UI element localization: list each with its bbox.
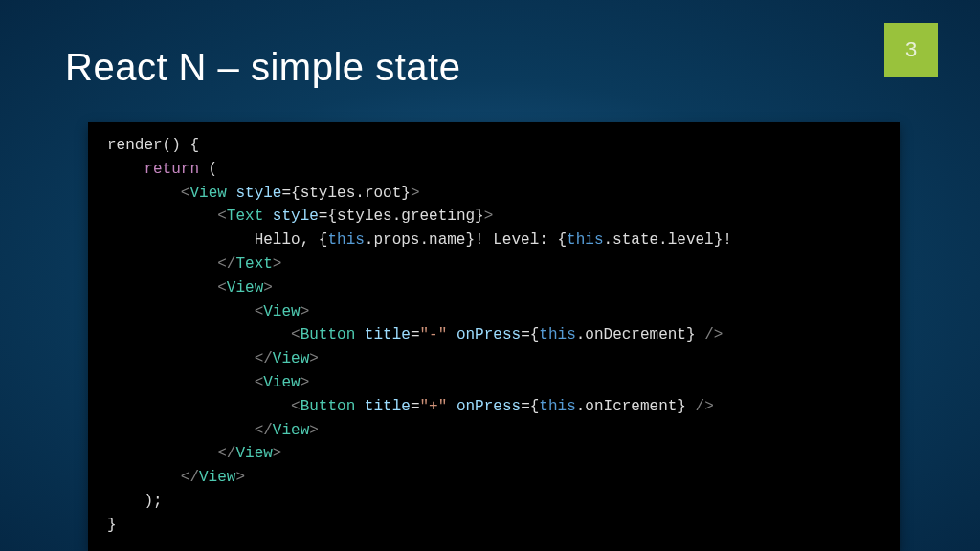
slide-title: React N – simple state [65,46,460,89]
code-line: <Button title="+" onPress={this.onIcreme… [107,395,880,419]
code-line: <Text style={styles.greeting}> [107,205,880,229]
page-number-badge: 3 [884,23,938,77]
code-line: </View> [107,347,880,371]
code-line: </View> [107,419,880,443]
code-line: render() { [107,134,880,158]
code-line: </View> [107,442,880,466]
code-line: } [107,514,880,538]
code-line: ); [107,490,880,514]
code-line: Hello, {this.props.name}! Level: {this.s… [107,229,880,253]
code-line: </View> [107,466,880,490]
code-block: render() { return ( <View style={styles.… [88,122,900,551]
code-line: <View> [107,371,880,395]
code-line: <View> [107,300,880,324]
code-line: <View> [107,276,880,300]
code-line: </Text> [107,253,880,276]
code-line: return ( [107,158,880,182]
code-line: <View style={styles.root}> [107,182,880,206]
code-line: <Button title="-" onPress={this.onDecrem… [107,323,880,347]
